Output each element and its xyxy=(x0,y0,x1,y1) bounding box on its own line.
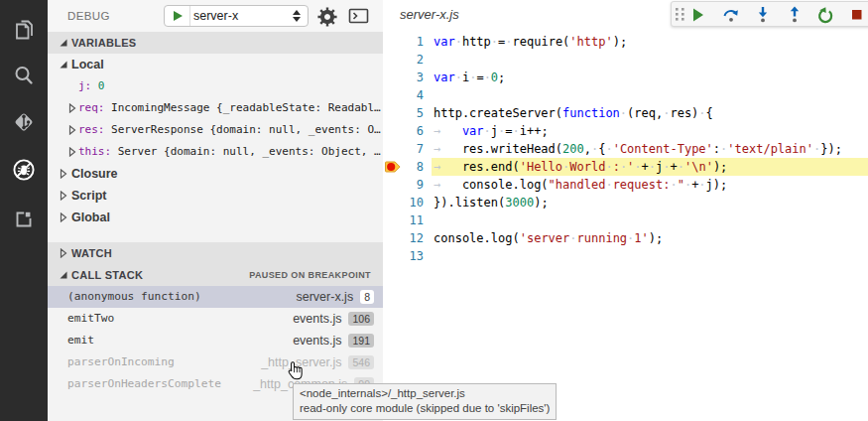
code-token: require( xyxy=(513,35,570,49)
chevron-expanded-icon xyxy=(59,270,68,280)
source-control-icon[interactable] xyxy=(12,110,36,134)
code-text: http.createServer(function·(req,·res)·{ xyxy=(434,104,713,122)
whitespace-dot: · xyxy=(455,70,462,84)
activity-bar xyxy=(0,0,48,421)
code-line-2[interactable]: 2 xyxy=(383,51,868,69)
vscode-window: DEBUG server-x VARIABLES xyxy=(0,0,868,421)
code-text: console.log('server·running·1'); xyxy=(434,229,663,247)
code-token: }); xyxy=(820,142,842,156)
code-line-5[interactable]: 5http.createServer(function·(req,·res)·{ xyxy=(383,104,868,122)
start-debug-button[interactable] xyxy=(165,6,190,26)
line-number[interactable]: 4 xyxy=(383,86,424,104)
line-number[interactable]: 8 xyxy=(383,158,424,176)
watch-pane-header[interactable]: WATCH xyxy=(48,242,383,264)
code-token: http xyxy=(462,35,491,49)
variable-row-this[interactable]: this: Server {domain: null, _events: Obj… xyxy=(48,141,383,163)
code-token: j xyxy=(491,124,498,138)
scope-row-script[interactable]: Script xyxy=(48,185,383,207)
variables-pane-header[interactable]: VARIABLES xyxy=(48,32,383,54)
code-token: = xyxy=(505,124,512,138)
debug-icon[interactable] xyxy=(12,158,36,182)
chevron-expanded-icon xyxy=(59,38,68,48)
code-line-13[interactable]: 13 xyxy=(383,247,868,265)
code-token: console.log( xyxy=(434,231,520,245)
variable-name: this: xyxy=(78,145,111,158)
continue-button[interactable] xyxy=(689,6,707,24)
line-number[interactable]: 13 xyxy=(383,247,424,265)
frame-line-badge: 8 xyxy=(360,290,374,304)
line-number[interactable]: 7 xyxy=(383,140,424,158)
stack-frame-row[interactable]: parserOnIncoming_http_server.js546 xyxy=(48,351,383,373)
extensions-icon[interactable] xyxy=(12,208,36,231)
code-line-1[interactable]: 1var·http·=·require('http'); xyxy=(383,33,868,51)
code-token: "handled xyxy=(549,178,606,192)
code-token: : xyxy=(713,142,720,156)
line-number[interactable]: 1 xyxy=(383,33,424,51)
drag-handle[interactable] xyxy=(676,8,684,21)
code-token: function xyxy=(562,106,620,120)
variable-row-res[interactable]: res: ServerResponse {domain: null, _even… xyxy=(48,119,383,141)
scope-row-global[interactable]: Global xyxy=(48,207,383,228)
frame-file-name: events.js xyxy=(293,312,341,326)
mouse-pointer-hand-cursor xyxy=(284,360,306,384)
code-token: ); xyxy=(713,178,727,192)
stack-frame-row[interactable]: emitTwoevents.js106 xyxy=(48,308,383,330)
line-number[interactable]: 12 xyxy=(383,229,424,247)
code-text: var·i·=·0; xyxy=(434,69,505,86)
line-number[interactable]: 3 xyxy=(383,69,424,86)
code-token: j xyxy=(706,178,713,192)
code-line-11[interactable]: 11 xyxy=(383,211,868,229)
code-token: + xyxy=(671,160,678,174)
chevron-collapsed-icon xyxy=(67,103,77,113)
code-line-7[interactable]: 7→res.writeHead(200,·{·'Content-Type':·'… xyxy=(383,140,868,158)
whitespace-dot: · xyxy=(513,124,520,138)
code-line-6[interactable]: 6→var·j·=·i++; xyxy=(383,122,868,140)
scope-row-closure[interactable]: Closure xyxy=(48,163,383,185)
code-line-10[interactable]: 10}).listen(3000); xyxy=(383,194,868,211)
code-token: http.createServer( xyxy=(434,106,562,120)
code-token: res.end( xyxy=(462,160,520,174)
line-number[interactable]: 2 xyxy=(383,51,424,69)
sidebar-header: DEBUG server-x xyxy=(48,0,383,32)
step-into-button[interactable] xyxy=(754,6,772,24)
code-line-3[interactable]: 3var·i·=·0; xyxy=(383,69,868,86)
code-token: running xyxy=(577,231,628,245)
line-number[interactable]: 5 xyxy=(383,104,424,122)
code-line-12[interactable]: 12console.log('server·running·1'); xyxy=(383,229,868,247)
restart-button[interactable] xyxy=(816,6,834,24)
code-line-8[interactable]: 8→res.end('Hello·World·:·'·+·j·+·'\n'); xyxy=(383,158,868,176)
stack-frame-row[interactable]: emitevents.js191 xyxy=(48,330,383,351)
code-token: ); xyxy=(534,196,548,210)
line-number[interactable]: 10 xyxy=(383,194,424,211)
debug-console-button[interactable] xyxy=(348,6,368,26)
variables-pane-title: VARIABLES xyxy=(71,32,136,54)
configure-gear-button[interactable] xyxy=(316,6,336,26)
code-token: var xyxy=(462,124,484,138)
launch-config-dropdown[interactable]: server-x xyxy=(164,5,309,27)
call-stack-pane-header[interactable]: CALL STACK PAUSED ON BREAKPOINT xyxy=(48,264,383,286)
code-token: World xyxy=(569,160,605,174)
explorer-icon[interactable] xyxy=(12,18,36,42)
editor: server-x.js 1var·http·=·require('http');… xyxy=(383,0,868,421)
code-line-4[interactable]: 4 xyxy=(383,86,868,104)
watch-pane-title: WATCH xyxy=(71,242,112,264)
line-number[interactable]: 9 xyxy=(383,176,424,194)
frame-location: events.js191 xyxy=(293,330,374,351)
variable-row-j[interactable]: j: 0 xyxy=(48,75,383,97)
stack-frame-row[interactable]: (anonymous function)server-x.js8 xyxy=(48,286,383,308)
step-out-button[interactable] xyxy=(786,6,804,24)
step-over-button[interactable] xyxy=(722,6,740,24)
whitespace-dot: · xyxy=(484,124,491,138)
variable-name: j: xyxy=(78,79,91,92)
code-token: 'Hello xyxy=(520,160,562,174)
whitespace-dot: · xyxy=(620,106,627,120)
whitespace-dot: · xyxy=(605,160,612,174)
stop-button[interactable] xyxy=(849,6,867,24)
code-token: 'Content-Type' xyxy=(613,142,713,156)
search-icon[interactable] xyxy=(12,64,36,87)
line-number[interactable]: 6 xyxy=(383,122,424,140)
scope-row-local[interactable]: Local xyxy=(48,54,383,75)
line-number[interactable]: 11 xyxy=(383,211,424,229)
variable-row-req[interactable]: req: IncomingMessage {_readableState: Re… xyxy=(48,97,383,119)
code-line-9[interactable]: 9→console.log("handled·request:·"·+·j); xyxy=(383,176,868,194)
